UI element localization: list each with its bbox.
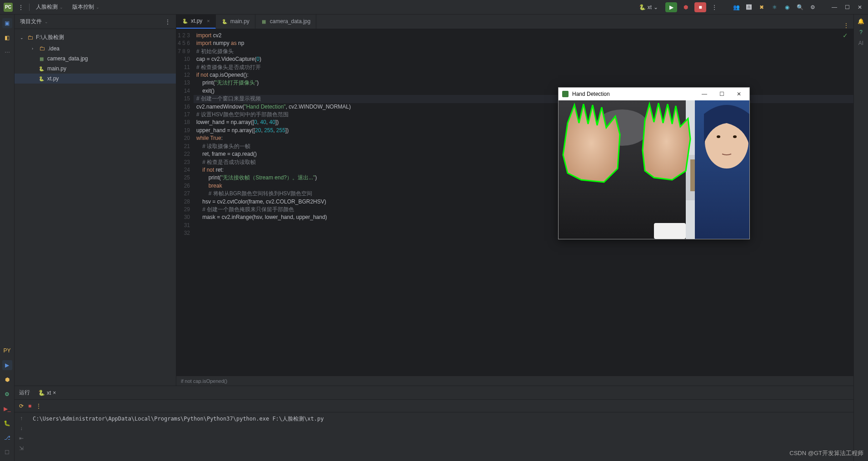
editor-area: 🐍xt.py×🐍main.py▦camera_data.jpg ⋮ ✓ 1 2 … xyxy=(176,15,853,386)
sidebar-title: 项目文件 xyxy=(20,18,42,25)
python-icon: 🐍 xyxy=(221,18,228,25)
stop-run-icon[interactable]: ■ xyxy=(28,403,31,409)
folder-icon: 🗀 xyxy=(27,34,33,41)
debug-tool-icon[interactable]: 🐛 xyxy=(2,418,12,428)
help-icon[interactable]: ? xyxy=(859,29,863,35)
folder-icon: 🗀 xyxy=(39,45,45,52)
bookmarks-tool-icon[interactable]: ◧ xyxy=(2,33,12,43)
vcs-dropdown[interactable]: 版本控制⌄ xyxy=(70,1,102,13)
tree-item-label: xt.py xyxy=(47,75,59,82)
scroll-end-icon[interactable]: ⇲ xyxy=(19,445,24,451)
hand-detection-image xyxy=(559,100,749,239)
breadcrumb[interactable]: if not cap.isOpened() xyxy=(176,376,853,386)
step-down-icon[interactable]: ↓ xyxy=(20,425,23,431)
top-toolbar: PC ⋮ 人脸检测⌄ 版本控制⌄ 🐍 xt⌄ ▶ ⬢ ■ ⋮ 👥 🅰 ✖ ⚛ ◉… xyxy=(0,0,868,15)
pycharm-logo: PC xyxy=(4,3,13,12)
version-control-tool-icon[interactable]: ⎇ xyxy=(2,433,12,443)
terminal-tool-icon[interactable]: ▶_ xyxy=(2,404,12,414)
run-more-icon[interactable]: ⋮ xyxy=(36,403,41,409)
run-tool-icon[interactable]: ▶ xyxy=(2,360,12,370)
tools-icon[interactable]: ✖ xyxy=(757,3,766,12)
tree-item-.idea[interactable]: ›🗀.idea xyxy=(15,43,176,54)
tab-main.py[interactable]: 🐍main.py xyxy=(216,14,255,29)
rerun-icon[interactable]: ⟳ xyxy=(19,403,24,409)
image-icon: ▦ xyxy=(38,55,45,62)
tab-label: main.py xyxy=(230,18,249,25)
run-button[interactable]: ▶ xyxy=(665,2,677,12)
image-icon: ▦ xyxy=(261,18,267,25)
tab-label: camera_data.jpg xyxy=(270,18,310,25)
tree-root[interactable]: ⌄ 🗀 F:\人脸检测 xyxy=(15,32,176,43)
search-icon[interactable]: 🔍 xyxy=(795,3,804,12)
svg-point-7 xyxy=(733,135,737,138)
more-run-icon[interactable]: ⋮ xyxy=(710,3,719,12)
hand-detection-window: Hand Detection — ☐ ✕ xyxy=(558,87,750,239)
close-icon[interactable]: × xyxy=(207,18,210,24)
ai-icon[interactable]: ⚛ xyxy=(770,3,779,12)
structure-tool-icon[interactable]: ⋯ xyxy=(2,47,12,57)
hand-window-title: Hand Detection xyxy=(572,91,610,97)
python-icon: 🐍 xyxy=(38,75,45,82)
translate-icon[interactable]: 🅰 xyxy=(744,3,753,12)
python-icon: 🐍 xyxy=(182,18,188,24)
notifications-icon[interactable]: 🔔 xyxy=(858,18,864,25)
opencv-icon xyxy=(562,91,569,97)
python-packages-icon[interactable]: ⚙ xyxy=(2,389,12,399)
tree-item-label: .idea xyxy=(48,45,60,52)
step-up-icon[interactable]: ↑ xyxy=(20,415,23,421)
services-tool-icon[interactable]: ⬢ xyxy=(2,375,12,385)
code-content[interactable]: import cv2import numpy as np# 初始化摄像头cap … xyxy=(194,29,853,376)
close-window-icon[interactable]: ✕ xyxy=(855,3,864,12)
hand-maximize-icon[interactable]: ☐ xyxy=(715,88,728,100)
tree-item-camera_data.jpg[interactable]: ▦camera_data.jpg xyxy=(15,54,176,64)
minimize-icon[interactable]: — xyxy=(830,3,839,12)
main-menu-icon[interactable]: ⋮ xyxy=(16,3,25,12)
python-icon: 🐍 xyxy=(639,4,646,10)
console-output[interactable]: C:\Users\Administrator\AppData\Local\Pro… xyxy=(28,412,853,461)
problems-tool-icon[interactable]: ☐ xyxy=(2,447,12,457)
left-tool-stripe: ▣ ◧ ⋯ PY ▶ ⬢ ⚙ ▶_ 🐛 ⎇ ☐ xyxy=(0,15,15,461)
watermark: CSDN @GT开发算法工程师 xyxy=(789,449,863,457)
maximize-icon[interactable]: ☐ xyxy=(843,3,852,12)
run-panel: 运行 🐍 xt × ⟳ ■ ⋮ ↑ ↓ ⇤ ⇲ C:\Users\ xyxy=(15,386,853,461)
stop-button[interactable]: ■ xyxy=(694,2,706,12)
gutter: 1 2 3 4 5 6 7 8 9 10 11 12 13 14 15 16 1… xyxy=(176,29,194,376)
tree-item-main.py[interactable]: 🐍main.py xyxy=(15,64,176,74)
run-config-selector[interactable]: 🐍 xt⌄ xyxy=(635,3,662,11)
code-with-me-icon[interactable]: 👥 xyxy=(732,3,741,12)
tree-item-label: main.py xyxy=(47,65,66,72)
project-tool-icon[interactable]: ▣ xyxy=(2,18,12,28)
python-icon: 🐍 xyxy=(38,65,45,72)
debug-button[interactable]: ⬢ xyxy=(681,2,691,12)
svg-rect-8 xyxy=(654,223,686,239)
soft-wrap-icon[interactable]: ⇤ xyxy=(19,435,24,441)
run-panel-label: 运行 xyxy=(19,389,30,397)
project-dropdown[interactable]: 人脸检测⌄ xyxy=(33,1,66,13)
tree-item-label: camera_data.jpg xyxy=(47,55,88,62)
tab-xt.py[interactable]: 🐍xt.py× xyxy=(176,14,216,29)
right-tool-stripe: 🔔 ? AI xyxy=(853,15,868,461)
tab-label: xt.py xyxy=(191,18,202,24)
sidebar-more-icon[interactable]: ⋮ xyxy=(165,19,170,25)
run-tab[interactable]: 🐍 xt × xyxy=(35,388,60,398)
python-icon: 🐍 xyxy=(38,390,45,396)
close-icon[interactable]: × xyxy=(53,390,56,396)
record-icon[interactable]: ◉ xyxy=(783,3,792,12)
ai-assistant-icon[interactable]: AI xyxy=(858,40,863,46)
hand-close-icon[interactable]: ✕ xyxy=(732,88,746,100)
hand-minimize-icon[interactable]: — xyxy=(698,88,711,100)
code-editor[interactable]: ✓ 1 2 3 4 5 6 7 8 9 10 11 12 13 14 15 16… xyxy=(176,29,853,376)
tabs-more-icon[interactable]: ⋮ xyxy=(843,22,849,29)
svg-point-6 xyxy=(717,135,720,138)
tree-item-xt.py[interactable]: 🐍xt.py xyxy=(15,74,176,84)
project-tree[interactable]: ⌄ 🗀 F:\人脸检测 ›🗀.idea▦camera_data.jpg🐍main… xyxy=(15,29,176,86)
project-sidebar: 项目文件 ⌄ ⋮ ⌄ 🗀 F:\人脸检测 ›🗀.idea▦camera_data… xyxy=(15,15,176,386)
run-gutter: ↑ ↓ ⇤ ⇲ xyxy=(15,412,28,461)
editor-tabs: 🐍xt.py×🐍main.py▦camera_data.jpg ⋮ xyxy=(176,15,853,29)
tab-camera_data.jpg[interactable]: ▦camera_data.jpg xyxy=(255,14,316,29)
settings-icon[interactable]: ⚙ xyxy=(808,3,817,12)
python-console-tool-icon[interactable]: PY xyxy=(2,346,12,356)
